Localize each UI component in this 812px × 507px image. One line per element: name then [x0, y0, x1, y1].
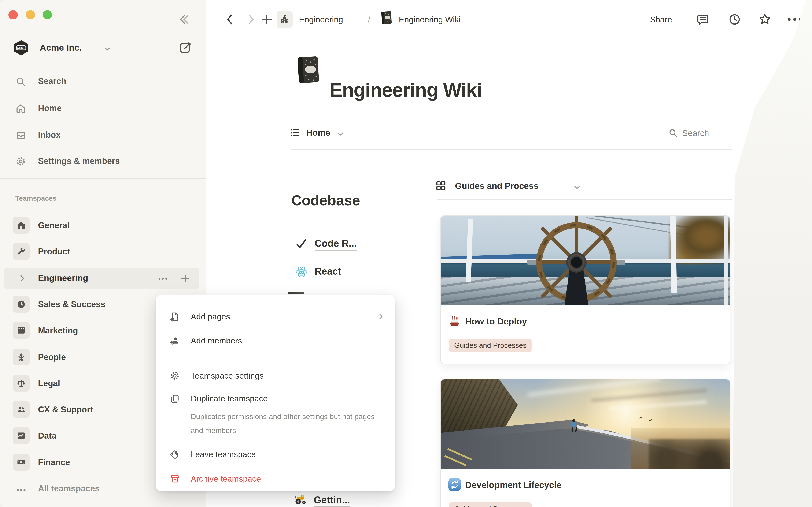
house-icon	[13, 217, 30, 234]
gallery-divider	[437, 200, 732, 200]
search-label: Search	[682, 128, 709, 138]
add-page-plus-icon[interactable]	[179, 273, 191, 284]
wrench-icon	[13, 243, 30, 260]
video-icon	[13, 322, 30, 339]
menu-divider	[156, 354, 396, 354]
page-link-label: Code R...	[315, 238, 357, 249]
teamspace-name: Engineering	[38, 273, 88, 283]
inbox-icon	[15, 130, 26, 141]
card-tag: Guides and Processes	[449, 502, 531, 507]
page-link-label: React	[315, 266, 341, 277]
page-icon-notebook[interactable]	[296, 55, 320, 84]
gear-icon	[169, 371, 180, 381]
sidebar-item-label: Settings & members	[38, 156, 120, 166]
workspace-name: Acme Inc.	[40, 43, 82, 53]
check-icon	[295, 237, 308, 250]
sidebar-item-home[interactable]: Home	[0, 99, 206, 119]
grid-view-icon	[435, 180, 447, 191]
new-page-compose-icon[interactable]	[179, 41, 192, 55]
collapse-sidebar-icon[interactable]	[176, 12, 191, 27]
teamspace-context-menu: Add pages Add members Teamspace settings…	[156, 294, 395, 491]
ship-wheel-graphic	[527, 216, 626, 305]
workspace-logo: ACME	[13, 40, 30, 56]
scales-icon	[13, 375, 30, 392]
chart-icon	[13, 427, 30, 444]
breadcrumb-page-label[interactable]: Engineering Wiki	[399, 15, 461, 24]
card-how-to-deploy[interactable]: How to Deploy Guides and Processes	[440, 216, 730, 364]
refresh-icon	[448, 478, 461, 491]
page-title[interactable]: Engineering Wiki	[329, 78, 482, 101]
home-icon	[15, 103, 26, 114]
notion-window: ACME Acme Inc. Search Home Inbox Setting…	[0, 0, 812, 507]
view-search[interactable]: Search	[668, 128, 709, 138]
sidebar-item-label: Search	[38, 76, 66, 86]
clock-icon	[13, 296, 30, 313]
chevron-down-icon[interactable]	[573, 184, 581, 191]
expand-chevron-icon[interactable]	[17, 273, 27, 283]
more-icon[interactable]	[786, 16, 803, 23]
minimize-window-button[interactable]	[26, 10, 35, 19]
breadcrumb-separator: /	[368, 15, 370, 24]
card-cover-ship-wheel	[441, 216, 730, 305]
sidebar-item-engineering[interactable]: Engineering	[4, 268, 199, 289]
sidebar-item-label: Inbox	[38, 130, 61, 140]
archive-icon	[169, 473, 180, 484]
zoom-window-button[interactable]	[43, 10, 52, 19]
more-actions-icon[interactable]	[157, 273, 168, 284]
banknote-icon	[13, 454, 30, 471]
svg-text:ACME: ACME	[17, 46, 26, 50]
dots-icon	[15, 485, 27, 495]
sidebar-item-settings[interactable]: Settings & members	[0, 151, 206, 172]
comments-icon[interactable]	[696, 13, 710, 26]
screenshot: ACME Acme Inc. Search Home Inbox Setting…	[0, 0, 812, 507]
sprout-icon	[13, 349, 30, 365]
menu-item-add-members[interactable]: Add members	[156, 330, 396, 352]
sidebar-item-product[interactable]: Product	[0, 241, 206, 265]
menu-item-description: Duplicates permissions and other setting…	[191, 410, 382, 438]
codebase-heading[interactable]: Codebase	[291, 192, 360, 209]
sidebar-item-label: Home	[38, 104, 61, 113]
teamspaces-section-label: Teamspaces	[15, 194, 57, 203]
submenu-chevron-icon	[376, 312, 385, 321]
tractor-icon	[294, 493, 308, 505]
card-development-lifecycle[interactable]: Development Lifecycle Guides and Process…	[440, 379, 730, 507]
chevron-down-icon	[104, 46, 111, 52]
page-link-label: Gettin...	[314, 494, 350, 506]
menu-item-teamspace-settings[interactable]: Teamspace settings	[156, 365, 396, 387]
sidebar-divider	[0, 178, 206, 179]
menu-item-archive-teamspace[interactable]: Archive teamspace	[156, 468, 396, 490]
breadcrumb-teamspace[interactable]	[276, 11, 293, 28]
star-icon[interactable]	[758, 12, 772, 26]
building-icon	[280, 14, 290, 25]
sidebar-item-inbox[interactable]: Inbox	[0, 125, 206, 145]
menu-item-leave-teamspace[interactable]: Leave teamspace	[156, 444, 396, 466]
nav-back-icon[interactable]	[223, 12, 237, 26]
gear-icon	[15, 156, 26, 167]
tab-divider	[291, 149, 732, 150]
breadcrumb-teamspace-label[interactable]: Engineering	[299, 15, 343, 24]
notebook-icon	[380, 11, 393, 25]
tab-home[interactable]: Home	[306, 128, 330, 138]
people-icon	[13, 401, 30, 418]
hand-wave-icon	[169, 449, 180, 460]
person-add-icon	[169, 335, 180, 346]
menu-item-add-pages[interactable]: Add pages	[156, 306, 396, 328]
history-icon[interactable]	[728, 13, 742, 26]
nav-forward-icon[interactable]	[244, 12, 258, 26]
chevron-down-icon[interactable]	[337, 130, 344, 138]
duplicate-icon	[169, 393, 180, 404]
ship-icon	[448, 315, 461, 327]
workspace-switcher[interactable]: ACME Acme Inc.	[0, 39, 206, 58]
page-add-icon	[169, 312, 180, 322]
sidebar-item-search[interactable]: Search	[0, 71, 206, 92]
search-icon	[15, 76, 26, 87]
new-page-plus-icon[interactable]	[260, 12, 274, 26]
close-window-button[interactable]	[8, 10, 18, 19]
sidebar-item-general[interactable]: General	[0, 215, 206, 239]
menu-item-duplicate-teamspace[interactable]: Duplicate teamspace	[156, 388, 396, 410]
share-button[interactable]: Share	[650, 15, 672, 24]
react-icon	[295, 265, 308, 278]
card-cover-road-sunset	[441, 379, 730, 469]
gallery-title[interactable]: Guides and Process	[455, 181, 539, 191]
card-tag: Guides and Processes	[449, 339, 531, 352]
